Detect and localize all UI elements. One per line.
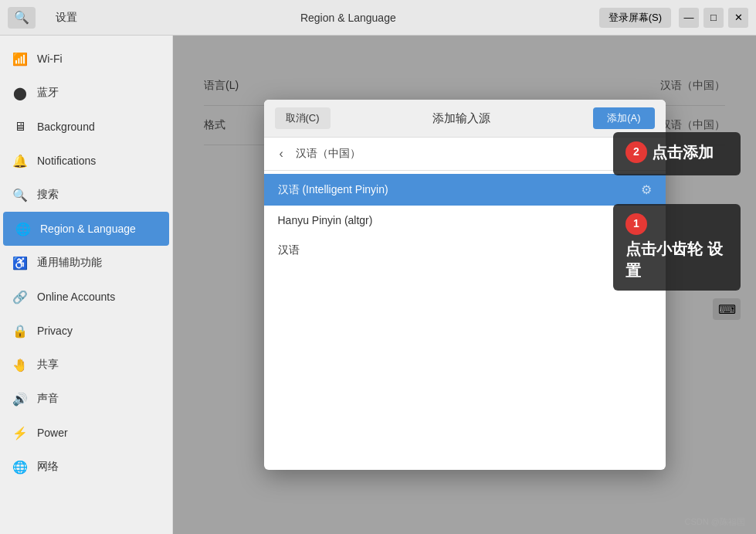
sidebar-item-network[interactable]: 🌐 网络 — [0, 450, 172, 484]
sidebar-item-label: Background — [37, 121, 95, 133]
modal-overlay: 取消(C) 添加输入源 添加(A) ‹ 汉语（中国） 汉语 (Intellige… — [173, 36, 756, 534]
wifi-icon: 📶 — [12, 51, 28, 66]
sidebar-item-label: Wi-Fi — [37, 53, 63, 65]
dialog-spacer — [264, 269, 666, 470]
sidebar-item-label: 声音 — [37, 392, 59, 406]
sidebar-item-online-accounts[interactable]: 🔗 Online Accounts — [0, 280, 172, 314]
sidebar-item-label: 通用辅助功能 — [37, 256, 102, 270]
list-item-label: 汉语 — [278, 243, 300, 257]
search-icon: 🔍 — [12, 187, 28, 202]
sidebar-item-label: 网络 — [37, 460, 59, 474]
sharing-icon: 🤚 — [12, 357, 28, 372]
online-accounts-icon: 🔗 — [12, 289, 28, 304]
sidebar-item-sharing[interactable]: 🤚 共享 — [0, 348, 172, 382]
list-item-hanyu-pinyin[interactable]: Hanyu Pinyin (altgr) — [264, 206, 666, 235]
main-content: 语言(L) 汉语（中国） 格式 汉语（中国） ⌨ 取消(C) — [173, 36, 756, 534]
add-input-source-dialog: 取消(C) 添加输入源 添加(A) ‹ 汉语（中国） 汉语 (Intellige… — [264, 100, 666, 470]
background-icon: 🖥 — [12, 119, 28, 134]
sidebar-item-background[interactable]: 🖥 Background — [0, 110, 172, 144]
network-icon: 🌐 — [12, 459, 28, 474]
sidebar-item-label: Online Accounts — [37, 291, 115, 303]
region-icon: 🌐 — [15, 221, 31, 236]
back-button[interactable]: ‹ — [275, 145, 288, 162]
list-item-label: Hanyu Pinyin (altgr) — [278, 214, 373, 226]
search-button[interactable]: 🔍 — [8, 7, 36, 29]
accessibility-icon: ♿ — [12, 255, 28, 270]
content-area: 📶 Wi-Fi ⬤ 蓝牙 🖥 Background 🔔 Notification… — [0, 36, 756, 534]
maximize-button[interactable]: □ — [703, 8, 724, 28]
sidebar-item-label: Privacy — [37, 325, 73, 337]
sidebar-item-bluetooth[interactable]: ⬤ 蓝牙 — [0, 76, 172, 110]
sidebar: 📶 Wi-Fi ⬤ 蓝牙 🖥 Background 🔔 Notification… — [0, 36, 173, 534]
minimize-button[interactable]: — — [679, 8, 699, 28]
sidebar-item-power[interactable]: ⚡ Power — [0, 416, 172, 450]
title-bar: 🔍 设置 Region & Language 登录屏幕(S) — □ ✕ — [0, 0, 756, 36]
login-screen-button[interactable]: 登录屏幕(S) — [599, 8, 671, 28]
cancel-button[interactable]: 取消(C) — [275, 107, 331, 129]
dialog-breadcrumb: ‹ 汉语（中国） — [264, 138, 666, 171]
main-window: 🔍 设置 Region & Language 登录屏幕(S) — □ ✕ 📶 W… — [0, 0, 756, 534]
close-button[interactable]: ✕ — [728, 8, 748, 28]
sidebar-item-wifi[interactable]: 📶 Wi-Fi — [0, 42, 172, 76]
sidebar-item-notifications[interactable]: 🔔 Notifications — [0, 144, 172, 178]
sound-icon: 🔊 — [12, 391, 28, 406]
sidebar-item-label: 共享 — [37, 358, 59, 372]
breadcrumb-label: 汉语（中国） — [296, 147, 361, 161]
sidebar-item-label: Power — [37, 427, 68, 439]
sidebar-item-accessibility[interactable]: ♿ 通用辅助功能 — [0, 246, 172, 280]
privacy-icon: 🔒 — [12, 323, 28, 338]
sidebar-item-label: Region & Language — [40, 223, 136, 235]
gear-icon[interactable]: ⚙ — [641, 182, 652, 197]
list-item-label: 汉语 (Intelligent Pinyin) — [278, 183, 388, 197]
sidebar-item-label: 搜索 — [37, 188, 59, 202]
dialog-header: 取消(C) 添加输入源 添加(A) — [264, 100, 666, 138]
notifications-icon: 🔔 — [12, 153, 28, 168]
add-button[interactable]: 添加(A) — [593, 107, 654, 129]
dialog-title: 添加输入源 — [331, 111, 594, 126]
watermark: CSDN @陈福国 — [685, 516, 745, 528]
sidebar-item-label: 蓝牙 — [37, 86, 59, 100]
sidebar-item-sound[interactable]: 🔊 声音 — [0, 382, 172, 416]
list-item-intelligent-pinyin[interactable]: 汉语 (Intelligent Pinyin) ⚙ — [264, 174, 666, 206]
search-icon: 🔍 — [14, 10, 29, 25]
window-title: Region & Language — [97, 12, 599, 24]
list-item-chinese[interactable]: 汉语 — [264, 235, 666, 266]
input-source-list: 汉语 (Intelligent Pinyin) ⚙ Hanyu Pinyin (… — [264, 171, 666, 269]
power-icon: ⚡ — [12, 425, 28, 440]
bluetooth-icon: ⬤ — [12, 85, 28, 100]
sidebar-item-region[interactable]: 🌐 Region & Language — [3, 212, 169, 246]
sidebar-item-privacy[interactable]: 🔒 Privacy — [0, 314, 172, 348]
sidebar-item-label: Notifications — [37, 155, 96, 167]
window-controls: — □ ✕ — [679, 8, 748, 28]
app-name: 设置 — [36, 11, 97, 25]
sidebar-item-search[interactable]: 🔍 搜索 — [0, 178, 172, 212]
